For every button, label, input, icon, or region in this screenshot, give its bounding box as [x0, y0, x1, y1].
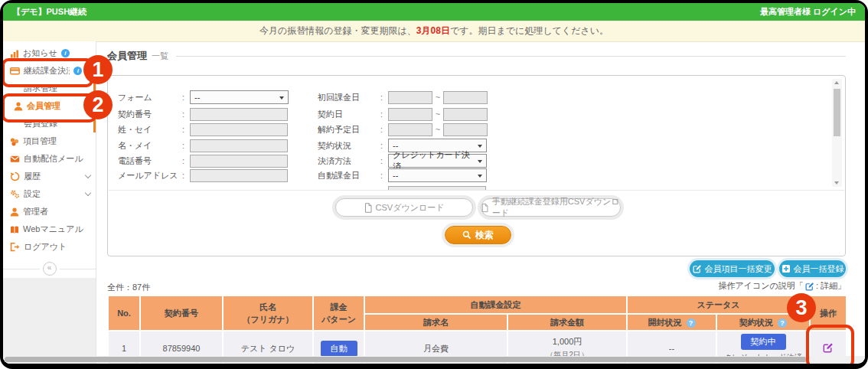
cancellation-date-to-input[interactable]	[443, 123, 488, 136]
bar-chart-icon	[10, 49, 19, 58]
sidebar-item-label: 自動配信メール	[24, 153, 83, 165]
notice-bar: 今月の振替情報の登録・変更期限は、3月08日です。期日までに処理してください。	[3, 21, 865, 42]
colon: :	[182, 125, 190, 134]
sidebar-item-history[interactable]: 履歴	[3, 168, 96, 185]
auto-badge: 自動	[321, 341, 357, 357]
phone-number-input[interactable]	[190, 155, 288, 168]
manual-csv-download-button[interactable]: 手動継続課金登録用CSVダウンロード	[481, 198, 621, 217]
col-header-invoice-name: 請求名	[364, 314, 507, 331]
history-icon	[10, 171, 20, 181]
gear-icon	[10, 189, 20, 199]
sidebar-item-label: 管理者	[23, 206, 48, 217]
payment-method-select[interactable]: クレジットカード決済	[388, 154, 487, 168]
colon: :	[182, 93, 190, 102]
first-billing-date-to-input[interactable]	[443, 91, 488, 104]
sidebar-item-item-management[interactable]: 項目管理	[3, 132, 96, 150]
sidebar-item-web-manual[interactable]: Webマニュアル	[3, 220, 96, 238]
note-text: 操作アイコンの説明「	[719, 280, 804, 292]
form-row: 自動課金日 : --	[318, 168, 487, 182]
app-window: 【デモ】PUSH継続 最高管理者様 ログイン中 今月の振替情報の登録・変更期限は…	[3, 3, 865, 364]
sidebar-item-label: Webマニュアル	[23, 224, 83, 235]
sidebar-item-label: 項目管理	[23, 136, 57, 147]
email-input[interactable]	[190, 169, 288, 182]
edit-icon	[693, 264, 702, 273]
help-badge[interactable]: ?	[687, 318, 696, 328]
form-select[interactable]: --	[190, 90, 289, 104]
contract-date-to-input[interactable]	[443, 108, 488, 121]
search-form-scroll-area: フォーム : -- 契約番号 : 姓・セイ : 名・メイ :	[109, 77, 844, 191]
sidebar-collapse-button[interactable]: «	[43, 262, 57, 276]
bulk-register-button[interactable]: 会員一括登録	[779, 260, 846, 277]
page-heading: 会員管理 一覧	[107, 49, 846, 63]
field-label: 決済方法	[318, 155, 380, 167]
last-name-input[interactable]	[190, 123, 288, 136]
form-row: 電話番号 :	[118, 154, 288, 168]
members-table: No. 契約番号 氏名 （フリガナ） 課金 パターン 自動課金設定 ステータス …	[107, 295, 846, 364]
colon: :	[182, 156, 190, 165]
scrollbar-thumb[interactable]	[834, 89, 840, 136]
page-title: 会員管理	[107, 49, 147, 63]
sidebar-item-label: 履歴	[24, 171, 41, 182]
annotation-box-1	[3, 58, 93, 87]
info-badge[interactable]: i	[61, 49, 70, 57]
scroll-down-icon[interactable]	[834, 181, 839, 184]
colon: :	[182, 171, 190, 180]
field-label: 契約状況	[318, 140, 380, 152]
field-label: メールアドレス	[118, 170, 182, 181]
sidebar-footer	[3, 278, 96, 364]
colon: :	[182, 109, 190, 119]
annotation-box-3	[806, 325, 854, 364]
chevron-down-icon	[85, 172, 91, 178]
plus-square-icon	[782, 264, 791, 273]
form-row-partial	[318, 185, 486, 191]
horizontal-scrollbar[interactable]	[3, 356, 865, 363]
first-name-input[interactable]	[190, 139, 288, 152]
csv-download-button[interactable]: CSVダウンロード	[335, 198, 473, 217]
form-row: 姓・セイ :	[118, 122, 288, 136]
chevron-down-icon	[85, 190, 91, 196]
mail-icon	[10, 154, 20, 164]
sidebar-item-administrator[interactable]: 管理者	[3, 203, 96, 220]
divider	[60, 269, 96, 269]
form-row: 契約番号 :	[118, 107, 288, 121]
form-row: 契約日 : ~	[318, 107, 488, 121]
form-scrollbar[interactable]	[832, 79, 842, 187]
field-label: 初回課金日	[318, 92, 380, 103]
sidebar-item-logout[interactable]: ログアウト	[3, 238, 96, 256]
action-icon-note: 操作アイコンの説明「 : 詳細」	[719, 280, 846, 292]
total-count: 全件：87件	[107, 282, 150, 293]
clipped-input[interactable]	[388, 186, 486, 191]
contract-date-from-input[interactable]	[388, 108, 432, 121]
edit-icon	[805, 282, 814, 291]
sidebar: お知らせ i 継続課金決済 i 請求管理 会員管理 会員登録	[3, 41, 96, 364]
col-header-billing-pattern: 課金 パターン	[313, 296, 364, 331]
contract-status-badge: 契約中	[741, 334, 786, 350]
contract-number-input[interactable]	[190, 108, 288, 121]
form-row: 決済方法 : クレジットカード決済	[318, 154, 487, 168]
cancellation-date-from-input[interactable]	[388, 123, 432, 136]
field-label: 自動課金日	[318, 170, 380, 181]
select-arrow-icon	[478, 175, 482, 180]
search-icon	[462, 230, 472, 240]
field-label: 姓・セイ	[118, 124, 182, 136]
button-label: 手動継続課金登録用CSVダウンロード	[492, 196, 620, 219]
first-billing-date-from-input[interactable]	[388, 91, 432, 104]
annotation-step-1: 1	[83, 55, 113, 84]
sidebar-item-settings[interactable]: 設定	[3, 185, 96, 203]
login-status: 最高管理者様 ログイン中	[760, 6, 856, 18]
bulk-update-button[interactable]: 会員項目一括変更	[690, 260, 775, 277]
select-value: --	[194, 93, 200, 102]
field-label: フォーム	[118, 92, 182, 103]
search-button[interactable]: 検索	[445, 226, 511, 244]
scrollbar-thumb[interactable]	[5, 357, 807, 362]
note-text: : 詳細」	[816, 280, 846, 292]
notice-text-suffix: です。期日までに処理してください。	[450, 24, 609, 38]
sidebar-item-auto-mail[interactable]: 自動配信メール	[3, 150, 96, 168]
colon: :	[182, 141, 190, 150]
colon: :	[380, 171, 388, 180]
auto-billing-date-select[interactable]: --	[388, 168, 487, 182]
annotation-box-2	[3, 93, 96, 122]
form-row: 名・メイ :	[118, 139, 288, 152]
scroll-up-icon[interactable]	[834, 81, 839, 84]
help-badge[interactable]: ?	[778, 318, 787, 328]
